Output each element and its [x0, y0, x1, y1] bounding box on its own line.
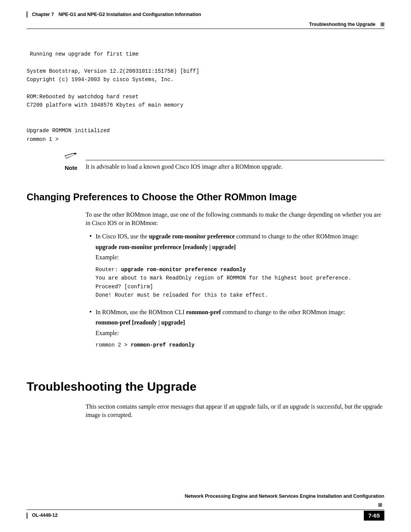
bullet1-pre: In Cisco IOS, use the: [96, 233, 149, 240]
bullet-dot-icon: •: [86, 308, 96, 356]
sectionB-intro: This section contains sample error messa…: [86, 403, 384, 419]
header-square-icon: [381, 22, 384, 26]
footer-book-title: Network Processing Engine and Network Se…: [27, 493, 384, 500]
footer-rule: [27, 510, 384, 510]
bullet1-post: command to change to the other ROMmon im…: [235, 233, 359, 240]
example-code-2: rommon 2 > rommon-pref readonly: [96, 341, 384, 349]
example-label-2: Example:: [96, 329, 384, 337]
example-code-1: Router: upgrade rom-monitor preference r…: [96, 265, 384, 300]
page-footer: Network Processing Engine and Network Se…: [27, 493, 384, 521]
bullet1-cmd: upgrade rom-monitor preference: [149, 233, 234, 240]
bullet2-pre: In ROMmon, use the ROMmon CLI: [96, 309, 186, 315]
example-label-1: Example:: [96, 253, 384, 262]
header-chapter-label: Chapter 7: [32, 11, 54, 18]
note-block: Note It is advisable to load a known goo…: [27, 153, 384, 172]
bullet-dot-icon: •: [86, 232, 96, 305]
bullet-item-ios: • In Cisco IOS, use the upgrade rom-moni…: [86, 232, 384, 305]
bullet2-cmd: rommon-pref: [186, 309, 221, 315]
footer-page-number: 7-65: [364, 511, 384, 521]
bullet2-post: command to change to the other ROMmon im…: [221, 309, 345, 315]
pencil-icon: [65, 153, 78, 160]
section-heading-troubleshooting: Troubleshooting the Upgrade: [27, 379, 384, 395]
note-rule: [86, 160, 384, 160]
footer-square-icon: [378, 503, 382, 507]
header-chapter-title: NPE-G1 and NPE-G2 Installation and Confi…: [59, 11, 201, 18]
sectionA-intro: To use the other ROMmon image, use one o…: [86, 211, 384, 227]
terminal-output: Running new upgrade for first time Syste…: [27, 50, 384, 144]
header-section: Troubleshooting the Upgrade: [27, 21, 384, 28]
note-label: Note: [27, 164, 86, 172]
note-text: It is advisable to load a known good Cis…: [86, 163, 384, 172]
bullet-item-rommon: • In ROMmon, use the ROMmon CLI rommon-p…: [86, 308, 384, 356]
footer-bar-icon: [27, 513, 27, 519]
footer-doc-id: OL-4448-12: [32, 512, 57, 519]
syntax-upgrade-rom-monitor: upgrade rom-monitor preference [readonly…: [96, 243, 384, 251]
section-heading-changing-preferences: Changing Preferences to Choose the Other…: [27, 191, 384, 204]
header-bar-icon: [27, 11, 27, 18]
syntax-rommon-pref: rommon-pref [readonly | upgrade]: [96, 318, 384, 327]
header-chapter: Chapter 7 NPE-G1 and NPE-G2 Installation…: [27, 11, 384, 18]
header-section-title: Troubleshooting the Upgrade: [309, 22, 375, 27]
